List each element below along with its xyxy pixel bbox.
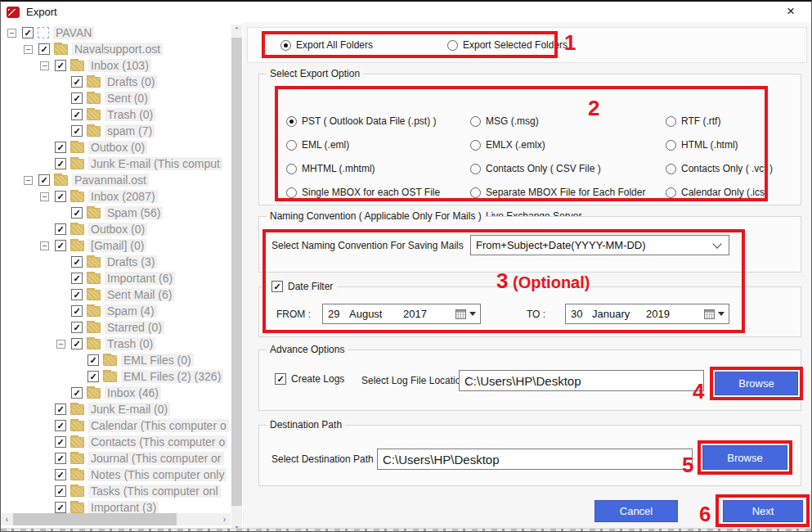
dropdown-caret-icon[interactable] <box>469 312 476 316</box>
tree-checkbox-checked[interactable]: ✓ <box>38 174 50 186</box>
checkbox-checked-icon[interactable]: ✓ <box>275 373 286 385</box>
tree-item[interactable]: ✓Contacts (This computer o <box>1 434 231 450</box>
tree-checkbox-checked[interactable]: ✓ <box>71 305 83 317</box>
date-to-field[interactable]: 30 January 2019 <box>565 304 729 324</box>
tree-item[interactable]: ✓Junk E-mail (0) <box>1 401 231 417</box>
tree-checkbox-checked[interactable]: ✓ <box>55 420 66 431</box>
tree-checkbox-checked[interactable]: ✓ <box>71 76 83 88</box>
tree-checkbox-checked[interactable]: ✓ <box>55 436 66 448</box>
tree-horizontal-scrollbar[interactable]: ‹ › <box>1 513 231 525</box>
export-format-option[interactable]: Calendar Only (.ics) <box>666 187 773 198</box>
radio-unselected-icon[interactable] <box>286 164 297 174</box>
tree-item[interactable]: ✓Outbox (0) <box>1 139 231 156</box>
radio-unselected-icon[interactable] <box>447 40 458 51</box>
naming-convention-dropdown[interactable]: From+Subject+Date(YYYY-MM-DD) <box>470 235 729 255</box>
tree-item[interactable]: ✓Calendar (This computer o <box>1 417 231 434</box>
tree-checkbox-checked[interactable]: ✓ <box>71 92 83 104</box>
radio-unselected-icon[interactable] <box>470 187 481 198</box>
tree-checkbox-checked[interactable]: ✓ <box>71 256 83 268</box>
tree-checkbox-checked[interactable]: ✓ <box>71 338 83 349</box>
export-format-option[interactable]: Single MBOX for each OST File <box>286 187 440 198</box>
radio-selected-icon[interactable] <box>286 116 297 127</box>
export-format-option[interactable]: PST ( Outlook Data File (.pst) ) <box>286 115 440 127</box>
tree-item[interactable]: ✓Sent Mail (6) <box>1 286 231 303</box>
scroll-up-icon[interactable]: ⌃ <box>231 25 242 37</box>
collapse-icon[interactable]: − <box>40 241 49 250</box>
tree-checkbox-checked[interactable]: ✓ <box>55 158 66 169</box>
export-format-option[interactable]: Contacts Only ( CSV File ) <box>470 163 645 174</box>
collapse-icon[interactable]: − <box>40 61 49 70</box>
cancel-button[interactable]: Cancel <box>594 500 678 522</box>
tree-checkbox-checked[interactable]: ✓ <box>55 142 66 153</box>
log-browse-button[interactable]: Browse <box>715 372 798 395</box>
radio-unselected-icon[interactable] <box>286 140 297 151</box>
tree-item[interactable]: ✓EML Files (2) (326) <box>1 368 231 385</box>
tree-item[interactable]: ✓Drafts (0) <box>1 74 231 90</box>
tree-checkbox-checked[interactable]: ✓ <box>55 191 66 202</box>
date-to-year[interactable]: 2019 <box>646 308 687 320</box>
collapse-icon[interactable]: − <box>7 29 16 38</box>
tree-checkbox-checked[interactable]: ✓ <box>55 485 66 497</box>
tree-item[interactable]: −✓PAVAN <box>1 25 231 41</box>
tree-item[interactable]: ✓spam (7) <box>1 123 231 139</box>
export-format-option[interactable]: Separate MBOX File for Each Folder <box>470 187 645 198</box>
destination-browse-button[interactable]: Browse <box>702 445 787 470</box>
tree-item[interactable]: −✓Trash (0) <box>1 336 231 352</box>
radio-unselected-icon[interactable] <box>666 140 676 151</box>
dropdown-caret-icon[interactable] <box>718 312 725 316</box>
date-to-day[interactable]: 30 <box>571 308 592 320</box>
tree-item[interactable]: ✓Important (6) <box>1 270 231 286</box>
tree-checkbox-checked[interactable]: ✓ <box>71 207 83 219</box>
tree-checkbox-checked[interactable]: ✓ <box>55 60 66 71</box>
close-icon[interactable]: × <box>782 3 800 20</box>
export-format-option[interactable]: MSG (.msg) <box>470 115 645 127</box>
collapse-icon[interactable]: − <box>40 192 49 201</box>
tree-item[interactable]: ✓Spam (4) <box>1 303 231 319</box>
tree-checkbox-checked[interactable]: ✓ <box>71 273 83 284</box>
tree-item[interactable]: ✓Journal (This computer or <box>1 450 231 467</box>
tree-vertical-scrollbar[interactable]: ⌃ ⌄ <box>231 25 242 528</box>
tree-item[interactable]: ✓Tasks (This computer onl <box>1 483 231 499</box>
next-button[interactable]: Next <box>723 500 803 522</box>
tree-checkbox-checked[interactable]: ✓ <box>22 27 34 38</box>
tree-checkbox-checked[interactable]: ✓ <box>71 322 83 333</box>
tree-item[interactable]: ✓Drafts (3) <box>1 254 231 270</box>
checkbox-checked-icon[interactable]: ✓ <box>271 281 283 292</box>
tree-item[interactable]: −✓Inbox (103) <box>1 57 231 74</box>
tree-checkbox-checked[interactable]: ✓ <box>55 453 66 464</box>
scroll-down-icon[interactable]: ⌄ <box>231 520 242 528</box>
date-from-field[interactable]: 29 August 2017 <box>322 304 481 324</box>
tree-item[interactable]: −✓Pavanmail.ost <box>1 172 231 188</box>
collapse-icon[interactable]: − <box>24 45 33 54</box>
tree-checkbox-checked[interactable]: ✓ <box>87 354 99 366</box>
radio-unselected-icon[interactable] <box>470 140 481 151</box>
collapse-icon[interactable]: − <box>56 340 65 349</box>
tree-item[interactable]: −✓[Gmail] (0) <box>1 237 231 254</box>
tree-item[interactable]: ✓Spam (56) <box>1 205 231 221</box>
collapse-icon[interactable]: − <box>24 176 33 185</box>
tree-item[interactable]: ✓Notes (This computer only <box>1 467 231 483</box>
tree-checkbox-checked[interactable]: ✓ <box>55 469 66 480</box>
scroll-right-icon[interactable]: › <box>218 513 231 525</box>
tree-item[interactable]: ✓EML Files (0) <box>1 352 231 368</box>
radio-unselected-icon[interactable] <box>286 187 297 198</box>
date-from-year[interactable]: 2017 <box>403 308 444 320</box>
tree-item[interactable]: ✓Starred (0) <box>1 319 231 336</box>
radio-unselected-icon[interactable] <box>470 164 481 174</box>
export-format-option[interactable]: RTF (.rtf) <box>666 115 773 127</box>
radio-selected-icon[interactable] <box>280 40 291 51</box>
export-selected-folders-radio[interactable]: Export Selected Folders <box>447 39 568 51</box>
tree-checkbox-checked[interactable]: ✓ <box>71 387 83 399</box>
tree-item[interactable]: ✓Outbox (0) <box>1 221 231 237</box>
export-format-option[interactable]: EMLX (.emlx) <box>470 139 645 151</box>
log-location-input[interactable] <box>459 370 704 391</box>
export-format-option[interactable]: EML (.eml) <box>286 139 440 151</box>
tree-checkbox-checked[interactable]: ✓ <box>55 404 66 415</box>
destination-path-input[interactable] <box>377 449 693 470</box>
tree-item[interactable]: −✓Navalsupport.ost <box>1 41 231 57</box>
export-format-option[interactable]: MHTML (.mhtml) <box>286 163 440 174</box>
tree-checkbox-checked[interactable]: ✓ <box>71 109 83 120</box>
create-logs-checkbox-row[interactable]: ✓ Create Logs <box>275 373 344 385</box>
export-format-option[interactable]: HTML (.html) <box>666 139 773 151</box>
tree-item[interactable]: −✓Inbox (2087) <box>1 188 231 205</box>
